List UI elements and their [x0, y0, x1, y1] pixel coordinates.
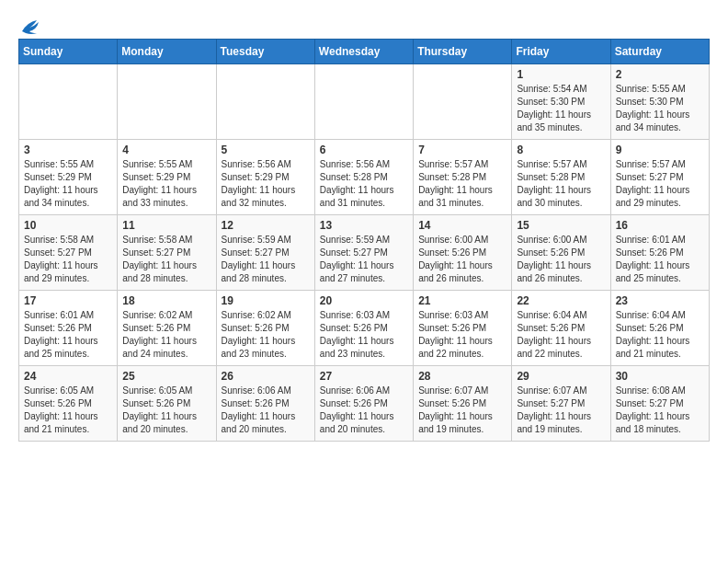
- day-info: Sunrise: 5:56 AMSunset: 5:28 PMDaylight:…: [320, 158, 408, 210]
- calendar-week-row: 17Sunrise: 6:01 AMSunset: 5:26 PMDayligh…: [19, 291, 710, 366]
- day-info: Sunrise: 6:00 AMSunset: 5:26 PMDaylight:…: [517, 234, 605, 285]
- calendar-table: SundayMondayTuesdayWednesdayThursdayFrid…: [18, 39, 710, 442]
- calendar-cell: 6Sunrise: 5:56 AMSunset: 5:28 PMDaylight…: [314, 140, 413, 215]
- calendar-cell: [118, 64, 216, 140]
- calendar-cell: [414, 64, 512, 140]
- day-info: Sunrise: 5:57 AMSunset: 5:27 PMDaylight:…: [616, 158, 704, 210]
- day-info: Sunrise: 5:54 AMSunset: 5:30 PMDaylight:…: [517, 83, 605, 134]
- day-info: Sunrise: 5:57 AMSunset: 5:28 PMDaylight:…: [517, 158, 605, 210]
- weekday-header-friday: Friday: [512, 40, 610, 64]
- day-info: Sunrise: 5:55 AMSunset: 5:30 PMDaylight:…: [616, 83, 704, 134]
- day-info: Sunrise: 5:57 AMSunset: 5:28 PMDaylight:…: [418, 158, 506, 210]
- day-number: 19: [222, 294, 310, 307]
- day-info: Sunrise: 6:00 AMSunset: 5:26 PMDaylight:…: [418, 234, 506, 285]
- calendar-cell: 29Sunrise: 6:07 AMSunset: 5:27 PMDayligh…: [512, 366, 610, 442]
- calendar-cell: 15Sunrise: 6:00 AMSunset: 5:26 PMDayligh…: [512, 215, 610, 291]
- day-number: 22: [517, 294, 605, 307]
- day-info: Sunrise: 6:02 AMSunset: 5:26 PMDaylight:…: [122, 309, 210, 361]
- day-info: Sunrise: 5:58 AMSunset: 5:27 PMDaylight:…: [24, 234, 112, 285]
- weekday-header-row: SundayMondayTuesdayWednesdayThursdayFrid…: [19, 40, 710, 64]
- day-number: 7: [418, 144, 506, 156]
- day-number: 16: [616, 219, 704, 232]
- calendar-page: SundayMondayTuesdayWednesdayThursdayFrid…: [0, 0, 728, 460]
- calendar-cell: 2Sunrise: 5:55 AMSunset: 5:30 PMDaylight…: [610, 64, 709, 140]
- day-number: 26: [222, 370, 310, 383]
- calendar-cell: [216, 64, 314, 140]
- day-number: 13: [320, 219, 408, 232]
- day-info: Sunrise: 5:55 AMSunset: 5:29 PMDaylight:…: [24, 158, 112, 210]
- weekday-header-thursday: Thursday: [414, 40, 512, 64]
- calendar-week-row: 24Sunrise: 6:05 AMSunset: 5:26 PMDayligh…: [19, 366, 710, 442]
- calendar-cell: 12Sunrise: 5:59 AMSunset: 5:27 PMDayligh…: [216, 215, 314, 291]
- day-info: Sunrise: 6:07 AMSunset: 5:26 PMDaylight:…: [418, 385, 506, 436]
- day-number: 27: [320, 370, 408, 383]
- day-number: 18: [122, 294, 210, 307]
- day-number: 21: [418, 294, 506, 307]
- calendar-week-row: 10Sunrise: 5:58 AMSunset: 5:27 PMDayligh…: [19, 215, 710, 291]
- day-info: Sunrise: 6:03 AMSunset: 5:26 PMDaylight:…: [320, 309, 408, 361]
- calendar-cell: 25Sunrise: 6:05 AMSunset: 5:26 PMDayligh…: [118, 366, 216, 442]
- weekday-header-tuesday: Tuesday: [216, 40, 314, 64]
- day-info: Sunrise: 5:55 AMSunset: 5:29 PMDaylight:…: [122, 158, 210, 210]
- day-info: Sunrise: 5:59 AMSunset: 5:27 PMDaylight:…: [222, 234, 310, 285]
- day-info: Sunrise: 6:02 AMSunset: 5:26 PMDaylight:…: [222, 309, 310, 361]
- day-info: Sunrise: 6:04 AMSunset: 5:26 PMDaylight:…: [616, 309, 704, 361]
- calendar-cell: 7Sunrise: 5:57 AMSunset: 5:28 PMDaylight…: [414, 140, 512, 215]
- day-number: 4: [122, 144, 210, 156]
- calendar-cell: 20Sunrise: 6:03 AMSunset: 5:26 PMDayligh…: [314, 291, 413, 366]
- day-number: 30: [616, 370, 704, 383]
- day-info: Sunrise: 6:05 AMSunset: 5:26 PMDaylight:…: [24, 385, 112, 436]
- day-info: Sunrise: 5:59 AMSunset: 5:27 PMDaylight:…: [320, 234, 408, 285]
- logo: [18, 18, 40, 31]
- calendar-cell: 11Sunrise: 5:58 AMSunset: 5:27 PMDayligh…: [118, 215, 216, 291]
- calendar-cell: 10Sunrise: 5:58 AMSunset: 5:27 PMDayligh…: [19, 215, 118, 291]
- calendar-cell: 1Sunrise: 5:54 AMSunset: 5:30 PMDaylight…: [512, 64, 610, 140]
- day-number: 1: [517, 68, 605, 81]
- calendar-cell: 24Sunrise: 6:05 AMSunset: 5:26 PMDayligh…: [19, 366, 118, 442]
- calendar-cell: 4Sunrise: 5:55 AMSunset: 5:29 PMDaylight…: [118, 140, 216, 215]
- calendar-cell: 23Sunrise: 6:04 AMSunset: 5:26 PMDayligh…: [610, 291, 709, 366]
- day-info: Sunrise: 6:07 AMSunset: 5:27 PMDaylight:…: [517, 385, 605, 436]
- day-number: 23: [616, 294, 704, 307]
- day-info: Sunrise: 6:05 AMSunset: 5:26 PMDaylight:…: [122, 385, 210, 436]
- day-info: Sunrise: 6:01 AMSunset: 5:26 PMDaylight:…: [616, 234, 704, 285]
- calendar-week-row: 1Sunrise: 5:54 AMSunset: 5:30 PMDaylight…: [19, 64, 710, 140]
- day-info: Sunrise: 5:58 AMSunset: 5:27 PMDaylight:…: [122, 234, 210, 285]
- day-number: 15: [517, 219, 605, 232]
- calendar-cell: [19, 64, 118, 140]
- day-number: 2: [616, 68, 704, 81]
- day-number: 3: [24, 144, 112, 156]
- calendar-header: SundayMondayTuesdayWednesdayThursdayFrid…: [19, 40, 710, 64]
- calendar-cell: 16Sunrise: 6:01 AMSunset: 5:26 PMDayligh…: [610, 215, 709, 291]
- day-info: Sunrise: 6:06 AMSunset: 5:26 PMDaylight:…: [320, 385, 408, 436]
- day-number: 29: [517, 370, 605, 383]
- calendar-body: 1Sunrise: 5:54 AMSunset: 5:30 PMDaylight…: [19, 64, 710, 442]
- day-number: 25: [122, 370, 210, 383]
- logo-bird-icon: [20, 18, 40, 35]
- calendar-cell: [314, 64, 413, 140]
- logo-text: [18, 18, 40, 35]
- day-number: 14: [418, 219, 506, 232]
- day-number: 24: [24, 370, 112, 383]
- calendar-cell: 3Sunrise: 5:55 AMSunset: 5:29 PMDaylight…: [19, 140, 118, 215]
- weekday-header-saturday: Saturday: [610, 40, 709, 64]
- calendar-cell: 9Sunrise: 5:57 AMSunset: 5:27 PMDaylight…: [610, 140, 709, 215]
- day-info: Sunrise: 5:56 AMSunset: 5:29 PMDaylight:…: [222, 158, 310, 210]
- calendar-cell: 13Sunrise: 5:59 AMSunset: 5:27 PMDayligh…: [314, 215, 413, 291]
- day-number: 6: [320, 144, 408, 156]
- day-number: 17: [24, 294, 112, 307]
- header: [18, 15, 710, 31]
- calendar-cell: 27Sunrise: 6:06 AMSunset: 5:26 PMDayligh…: [314, 366, 413, 442]
- calendar-week-row: 3Sunrise: 5:55 AMSunset: 5:29 PMDaylight…: [19, 140, 710, 215]
- weekday-header-sunday: Sunday: [19, 40, 118, 64]
- day-info: Sunrise: 6:08 AMSunset: 5:27 PMDaylight:…: [616, 385, 704, 436]
- day-number: 28: [418, 370, 506, 383]
- day-number: 8: [517, 144, 605, 156]
- day-number: 20: [320, 294, 408, 307]
- day-info: Sunrise: 6:03 AMSunset: 5:26 PMDaylight:…: [418, 309, 506, 361]
- calendar-cell: 21Sunrise: 6:03 AMSunset: 5:26 PMDayligh…: [414, 291, 512, 366]
- day-number: 11: [122, 219, 210, 232]
- day-number: 12: [222, 219, 310, 232]
- day-number: 9: [616, 144, 704, 156]
- calendar-cell: 22Sunrise: 6:04 AMSunset: 5:26 PMDayligh…: [512, 291, 610, 366]
